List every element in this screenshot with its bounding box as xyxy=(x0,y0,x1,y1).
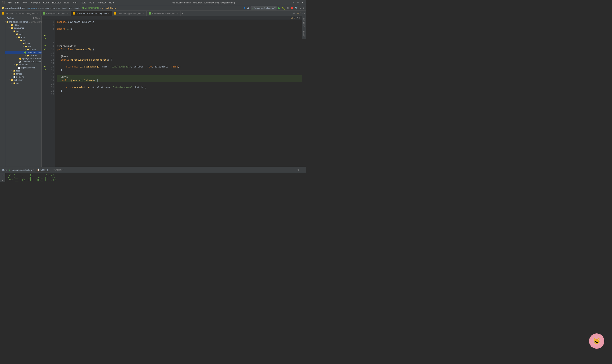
tree-item-config[interactable]: ▾ 📁 config xyxy=(5,48,41,51)
menu-file[interactable]: File xyxy=(6,1,13,4)
tree-item-main[interactable]: ▾ 📁 main xyxy=(5,32,41,36)
notifications-icon[interactable]: ⚠ 2 xyxy=(296,12,301,15)
run-config-dropdown[interactable]: ▶ ConsumerApplication ▾ xyxy=(251,6,277,10)
menu-edit[interactable]: Edit xyxy=(13,1,20,4)
tab-close-publisher-commonconfig[interactable]: ✕ xyxy=(36,12,39,14)
tree-item-itcast[interactable]: ▾ 📁 itcast xyxy=(5,42,41,45)
tab-close-springrabbitlistener[interactable]: ✕ xyxy=(176,12,179,14)
menu-refactor[interactable]: Refactor xyxy=(51,1,62,4)
tree-item-pomxml[interactable]: 📄 pom.xml xyxy=(5,75,41,78)
code-editor[interactable]: package cn.itcast.mq.config; import ...;… xyxy=(55,20,302,167)
gutter-row xyxy=(42,20,47,24)
close-button[interactable]: ✕ xyxy=(301,1,305,4)
tree-item-listener[interactable]: ▾ 📁 listener xyxy=(5,54,41,57)
tree-item-consumer[interactable]: ▾ 📁 consumer xyxy=(5,26,41,29)
run-button[interactable]: ▶ xyxy=(278,6,280,10)
tree-item-springrabbitlistener[interactable]: 🟡 SpringRabbitListener xyxy=(5,57,41,60)
tree-item-application-yml[interactable]: 📄 application.yml xyxy=(5,66,41,69)
tree-item-test[interactable]: ▸ 📁 test xyxy=(5,69,41,72)
tab-close-consumer-commonconfig[interactable]: ✕ xyxy=(108,12,110,14)
tab-close-consumerapplication[interactable]: ✕ xyxy=(142,12,145,14)
menu-build[interactable]: Build xyxy=(63,1,71,4)
run-app-name[interactable]: ConsumerApplication xyxy=(12,169,32,171)
breadcrumb-item-commonconfig[interactable]: ⬟ CommonConfig xyxy=(82,7,99,9)
tree-item-idea[interactable]: ▸ 📁 .idea xyxy=(5,23,41,26)
menu-navigate[interactable]: Navigate xyxy=(29,1,41,4)
menu-vcs[interactable]: VCS xyxy=(88,1,96,4)
tree-item-publisher-src[interactable]: ▸ 📁 src xyxy=(5,81,41,84)
tab-overflow-icon[interactable]: ▾ xyxy=(181,12,184,15)
maximize-button[interactable]: □ xyxy=(296,1,300,4)
breadcrumb-item-src[interactable]: src xyxy=(40,7,43,9)
project-tool-button[interactable]: P xyxy=(0,17,5,21)
breadcrumb-item-simplequeue[interactable]: m simpleQueue xyxy=(102,7,116,9)
breadcrumb-item-itcast[interactable]: itcast xyxy=(62,7,67,9)
tree-item-java[interactable]: ▾ 📁 java xyxy=(5,36,41,39)
tree-item-root[interactable]: ▾ 📁 mq-advanced-demo D:\DingJiaxiong\Ide… xyxy=(5,20,41,23)
database-panel-label[interactable]: Database xyxy=(302,16,306,29)
warning-count[interactable]: 2 xyxy=(294,17,295,19)
tree-item-target[interactable]: ▸ 📁 target xyxy=(5,72,41,75)
breadcrumb-item-main[interactable]: main xyxy=(45,7,49,9)
minimize-panel-btn[interactable]: ─ xyxy=(301,168,305,172)
tab-springamqptest[interactable]: SpringAmqpTest.java ✕ xyxy=(41,11,71,16)
tree-item-mq[interactable]: ▾ 📁 mq xyxy=(5,45,41,48)
menu-code[interactable]: Code xyxy=(42,1,50,4)
sidebar-collapse-icon[interactable]: ↑ xyxy=(39,17,40,19)
gutter-bean-row-10[interactable]: 🌱 xyxy=(42,38,47,41)
rerun-button[interactable]: ↺ xyxy=(0,174,5,178)
menu-tools[interactable]: Tools xyxy=(79,1,87,4)
minimize-button[interactable]: ─ xyxy=(292,1,295,4)
stop-button[interactable]: ⏹ xyxy=(291,6,293,10)
tab-consumerapplication[interactable]: ConsumerApplication.java ✕ xyxy=(112,11,147,16)
tree-item-consumerapplication[interactable]: ☕ ConsumerApplication xyxy=(5,60,41,63)
menu-bar: File Edit View Navigate Code Refactor Bu… xyxy=(6,1,115,4)
breadcrumb-item-java[interactable]: java xyxy=(52,7,55,9)
scroll-down-editor[interactable]: ∨ xyxy=(299,17,300,19)
nav-forward-icon[interactable]: ● xyxy=(300,7,301,9)
tree-item-cn[interactable]: ▾ 📁 cn xyxy=(5,39,41,42)
editor-settings-icon[interactable]: ⚙ xyxy=(293,12,296,15)
update-button[interactable]: ↻ xyxy=(303,7,305,9)
gutter-bean-row-18[interactable]: 🌱 xyxy=(42,65,47,68)
menu-help[interactable]: Help xyxy=(107,1,115,4)
menu-run[interactable]: Run xyxy=(71,1,79,4)
tab-consumer-commonconfig[interactable]: consumer\...\CommonConfig.java ✕ xyxy=(71,11,112,16)
maven-panel-label[interactable]: Maven xyxy=(302,29,306,39)
breadcrumb-item-mq[interactable]: mq xyxy=(69,7,72,9)
run-tab-console[interactable]: 📋 Console xyxy=(35,168,50,172)
gutter-bean-row-19[interactable]: 🌱 xyxy=(42,68,47,72)
tree-item-publisher[interactable]: ▾ 📁 publisher xyxy=(5,78,41,81)
sidebar-expand-icon[interactable]: ≡ xyxy=(37,17,39,19)
scroll-up-editor[interactable]: ∧ xyxy=(297,17,298,19)
menu-window[interactable]: Window xyxy=(96,1,107,4)
scroll-down-icon[interactable]: ∨ xyxy=(304,12,305,14)
breadcrumb-item-cn[interactable]: cn xyxy=(58,7,60,9)
breadcrumb-item-consumer[interactable]: consumer xyxy=(27,7,38,9)
nav-back-icon[interactable]: ◀ xyxy=(247,6,249,10)
tab-springrabbitlistener[interactable]: SpringRabbitListener.java ✕ xyxy=(147,11,181,16)
gutter-bean-row-12[interactable]: 🌱 xyxy=(42,44,47,48)
search-everywhere-button[interactable]: 🔍 xyxy=(295,6,298,10)
run-button-panel[interactable]: ▶ xyxy=(0,179,5,182)
menu-view[interactable]: View xyxy=(21,1,29,4)
tree-item-resources[interactable]: ▾ 📁 resources xyxy=(5,63,41,66)
sidebar-scope-icon[interactable]: ◎ xyxy=(35,17,37,19)
breadcrumb-item-config[interactable]: config xyxy=(74,7,80,9)
tab-close-springamqptest[interactable]: ✕ xyxy=(66,12,69,14)
tree-item-commonconfig[interactable]: 🟢 CommonConfig xyxy=(5,51,41,54)
scroll-up-icon[interactable]: ∧ xyxy=(302,12,303,14)
tab-publisher-commonconfig[interactable]: publisher\...\CommonConfig.java ✕ xyxy=(0,11,41,16)
run-tab-actuator[interactable]: ⚙ Actuator xyxy=(51,168,65,172)
tree-item-src[interactable]: ▾ 📁 src xyxy=(5,29,41,32)
sidebar-gear-icon[interactable]: ⚙ xyxy=(33,17,35,19)
run-coverage-button[interactable]: ⚙ xyxy=(287,6,289,10)
run-tab-close[interactable]: ✕ xyxy=(33,169,34,171)
project-icon: 📁 xyxy=(1,7,4,9)
code-line-11 xyxy=(57,51,302,55)
breadcrumb-item-project[interactable]: mq-advanced-demo xyxy=(5,7,25,9)
gutter-bean-row-9[interactable]: 🌱 xyxy=(42,34,47,38)
settings-btn[interactable]: ⚙ xyxy=(296,168,300,172)
debug-button[interactable]: 🐛 xyxy=(282,6,285,10)
gutter-bean-row-13[interactable]: 🌱 xyxy=(42,48,47,51)
